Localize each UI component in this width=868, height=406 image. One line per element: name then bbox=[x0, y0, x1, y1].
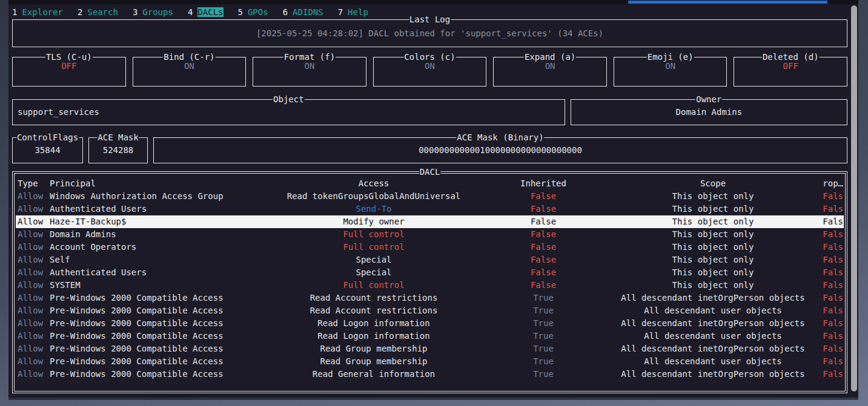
control-flags-panel: ControlFlags 35844 bbox=[12, 137, 83, 163]
tab-item[interactable]: 3 Groups bbox=[133, 7, 173, 17]
tab-item[interactable]: 1 Explorer bbox=[12, 7, 63, 17]
terminal-window: 1 Explorer 2 Search 3 Groups 4 DACLs 5 G… bbox=[8, 0, 858, 398]
toggle-box[interactable]: Deleted (d) OFF bbox=[734, 57, 847, 87]
cell-propagated: Fals bbox=[813, 228, 844, 241]
cell-type: Allow bbox=[16, 241, 50, 254]
cell-propagated: Fals bbox=[813, 266, 844, 279]
table-row[interactable]: Allow Pre-Windows 2000 Compatible Access… bbox=[16, 304, 844, 317]
cell-access: Read Logon information bbox=[274, 330, 474, 342]
tab-item[interactable]: 5 GPOs bbox=[238, 7, 268, 17]
main-content: Last Log [2025-05-25 04:28:02] DACL obta… bbox=[12, 18, 847, 393]
toggle-box[interactable]: Emoji (e) ON bbox=[614, 57, 727, 87]
object-input[interactable]: support_services bbox=[18, 107, 565, 117]
toggle-row: TLS (C-u) OFF Bind (C-r) ON Format (f) O… bbox=[12, 57, 847, 87]
table-row[interactable]: Allow Pre-Windows 2000 Compatible Access… bbox=[16, 342, 844, 355]
cell-access: Special bbox=[274, 266, 474, 279]
cell-access: Read Group membership bbox=[274, 355, 474, 368]
toggle-box[interactable]: Colors (c) ON bbox=[373, 57, 487, 87]
cell-type: Allow bbox=[16, 279, 50, 292]
cell-type: Allow bbox=[16, 317, 50, 330]
table-row[interactable]: Allow Pre-Windows 2000 Compatible Access… bbox=[16, 355, 844, 368]
header-principal: Principal bbox=[50, 177, 274, 190]
toggle-box[interactable]: Format (f) ON bbox=[253, 57, 366, 87]
toggle-value: ON bbox=[253, 61, 366, 71]
toggle-title: Bind (C-r) bbox=[163, 52, 215, 62]
toggle-box[interactable]: TLS (C-u) OFF bbox=[12, 57, 126, 87]
tab-number: 4 bbox=[188, 7, 193, 17]
tab-item[interactable]: 2 Search bbox=[78, 7, 118, 17]
cell-principal: Self bbox=[50, 254, 274, 266]
table-row[interactable]: Allow Pre-Windows 2000 Compatible Access… bbox=[16, 330, 844, 342]
tab-label: Help bbox=[348, 7, 368, 17]
cell-principal: Pre-Windows 2000 Compatible Access bbox=[50, 317, 274, 330]
tab-item[interactable]: 6 ADIDNS bbox=[283, 7, 323, 17]
tab-label: GPOs bbox=[248, 7, 268, 17]
toggle-title: Emoji (e) bbox=[647, 52, 694, 62]
cell-access: Read Group membership bbox=[274, 342, 474, 355]
toggle-box[interactable]: Expand (a) ON bbox=[493, 57, 607, 87]
toggle-title: Expand (a) bbox=[524, 52, 576, 62]
table-row[interactable]: Allow Pre-Windows 2000 Compatible Access… bbox=[16, 317, 844, 330]
cell-inherited: False bbox=[474, 228, 613, 241]
ace-mask-binary-title: ACE Mask (Binary) bbox=[456, 133, 544, 142]
cell-scope: All descendant user objects bbox=[613, 330, 813, 342]
cell-propagated: Fals bbox=[813, 203, 844, 215]
table-row[interactable]: Allow Domain Admins Full control False T… bbox=[16, 228, 844, 241]
cell-type: Allow bbox=[16, 266, 50, 279]
cell-inherited: False bbox=[474, 241, 613, 254]
owner-value: Domain Admins bbox=[571, 107, 847, 117]
cell-inherited: False bbox=[474, 203, 613, 215]
tab-item[interactable]: 4 DACLs bbox=[188, 7, 224, 17]
tab-label: Search bbox=[87, 7, 118, 17]
ace-mask-title: ACE Mask bbox=[97, 133, 139, 142]
ace-mask-binary-value: 00000000000010000000000000000000 bbox=[154, 145, 847, 155]
table-header-row: Type Principal Access Inherited Scope ro… bbox=[16, 177, 844, 190]
cell-propagated: Fals bbox=[813, 355, 844, 368]
table-row[interactable]: Allow SYSTEM Full control False This obj… bbox=[16, 279, 844, 292]
toggle-value: ON bbox=[494, 61, 606, 71]
tab-number: 2 bbox=[78, 7, 82, 17]
cell-principal: SYSTEM bbox=[50, 279, 274, 292]
table-row[interactable]: Allow Haze-IT-Backup$ Modify owner False… bbox=[16, 215, 844, 228]
table-row[interactable]: Allow Self Special False This object onl… bbox=[16, 254, 844, 266]
cell-inherited: False bbox=[474, 266, 613, 279]
toggle-value: OFF bbox=[734, 61, 847, 71]
cell-type: Allow bbox=[16, 215, 50, 228]
tab-item[interactable]: 7 Help bbox=[338, 7, 368, 17]
cell-access: Full control bbox=[274, 228, 474, 241]
cell-type: Allow bbox=[16, 292, 50, 304]
cell-inherited: True bbox=[474, 355, 613, 368]
object-panel[interactable]: Object support_services bbox=[12, 99, 565, 125]
table-row[interactable]: Allow Authenticated Users Send-To False … bbox=[16, 203, 844, 215]
cell-scope: This object only bbox=[613, 228, 813, 241]
flags-row: ControlFlags 35844 ACE Mask 524288 ACE M… bbox=[12, 137, 847, 163]
table-row[interactable]: Allow Windows Authorization Access Group… bbox=[16, 190, 844, 203]
scrollbar[interactable] bbox=[851, 5, 857, 391]
cell-type: Allow bbox=[16, 190, 50, 203]
header-access: Access bbox=[274, 177, 474, 190]
cell-scope: This object only bbox=[613, 279, 813, 292]
table-row[interactable]: Allow Pre-Windows 2000 Compatible Access… bbox=[16, 292, 844, 304]
cell-scope: This object only bbox=[613, 241, 813, 254]
cell-scope: All descendant user objects bbox=[613, 355, 813, 368]
cell-access: Special bbox=[274, 254, 474, 266]
dacl-table: Type Principal Access Inherited Scope ro… bbox=[15, 174, 845, 381]
table-row[interactable]: Allow Authenticated Users Special False … bbox=[16, 266, 844, 279]
cell-propagated: Fals bbox=[813, 279, 844, 292]
cell-scope: This object only bbox=[613, 215, 813, 228]
cell-inherited: True bbox=[474, 304, 613, 317]
cell-inherited: True bbox=[474, 317, 613, 330]
cell-inherited: False bbox=[474, 190, 613, 203]
cell-type: Allow bbox=[16, 368, 50, 381]
table-row[interactable]: Allow Pre-Windows 2000 Compatible Access… bbox=[16, 368, 844, 381]
table-row[interactable]: Allow Account Operators Full control Fal… bbox=[16, 241, 844, 254]
cell-scope: All descendant inetOrgPerson objects bbox=[613, 292, 813, 304]
cell-access: Full control bbox=[274, 241, 474, 254]
cell-scope: This object only bbox=[613, 254, 813, 266]
cell-access: Read Account restrictions bbox=[274, 304, 474, 317]
toggle-box[interactable]: Bind (C-r) ON bbox=[133, 57, 247, 87]
tab-label: Explorer bbox=[22, 7, 62, 17]
cell-inherited: True bbox=[474, 368, 613, 381]
table-body: Allow Windows Authorization Access Group… bbox=[16, 190, 844, 381]
toggle-title: Deleted (d) bbox=[762, 52, 820, 62]
